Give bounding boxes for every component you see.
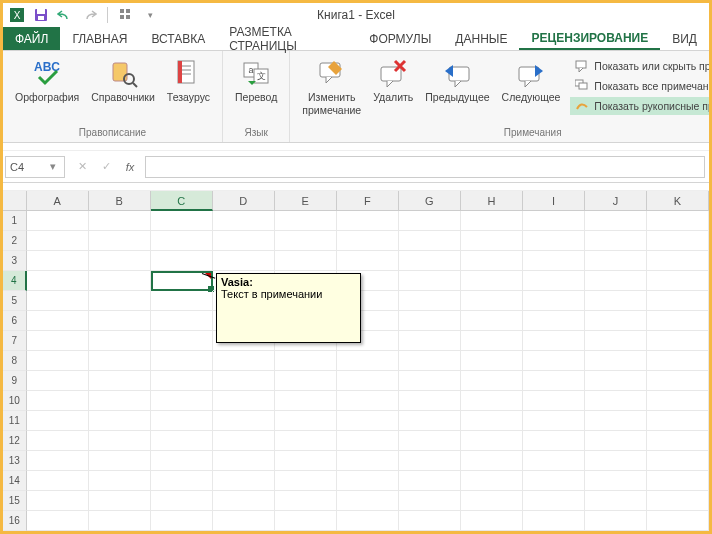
show-ink-button[interactable]: Показать рукописные примечания: [570, 97, 712, 115]
cell[interactable]: [647, 511, 709, 531]
cell[interactable]: [585, 291, 647, 311]
cell[interactable]: [399, 411, 461, 431]
cell[interactable]: [27, 451, 89, 471]
cell[interactable]: [399, 431, 461, 451]
cell[interactable]: [89, 271, 151, 291]
cell[interactable]: [213, 411, 275, 431]
cell[interactable]: [151, 371, 213, 391]
cell[interactable]: [151, 331, 213, 351]
cell[interactable]: [399, 311, 461, 331]
cell[interactable]: [27, 271, 89, 291]
cell[interactable]: [523, 251, 585, 271]
cell[interactable]: [213, 391, 275, 411]
cell[interactable]: [647, 471, 709, 491]
cell[interactable]: [399, 391, 461, 411]
cell[interactable]: [151, 451, 213, 471]
cell[interactable]: [27, 471, 89, 491]
cell[interactable]: [523, 311, 585, 331]
cell[interactable]: [399, 211, 461, 231]
cell[interactable]: [523, 411, 585, 431]
cell[interactable]: [151, 211, 213, 231]
cell[interactable]: [647, 431, 709, 451]
cell[interactable]: [399, 451, 461, 471]
cell[interactable]: [213, 471, 275, 491]
row-header[interactable]: 10: [3, 391, 27, 411]
cell[interactable]: [151, 471, 213, 491]
cell[interactable]: [213, 451, 275, 471]
row-header[interactable]: 13: [3, 451, 27, 471]
touch-mode-icon[interactable]: [116, 5, 136, 25]
cell[interactable]: [151, 511, 213, 531]
redo-icon[interactable]: [79, 5, 99, 25]
previous-comment-button[interactable]: Предыдущее: [419, 55, 495, 106]
cell[interactable]: [399, 511, 461, 531]
cell[interactable]: [151, 391, 213, 411]
cell[interactable]: [337, 431, 399, 451]
cell[interactable]: [523, 291, 585, 311]
cell[interactable]: [337, 451, 399, 471]
cell[interactable]: [461, 431, 523, 451]
delete-comment-button[interactable]: Удалить: [367, 55, 419, 106]
cell[interactable]: [213, 431, 275, 451]
cell[interactable]: [461, 251, 523, 271]
cell[interactable]: [399, 471, 461, 491]
column-header[interactable]: B: [89, 191, 151, 211]
row-header[interactable]: 1: [3, 211, 27, 231]
cell[interactable]: [275, 431, 337, 451]
cell[interactable]: [275, 511, 337, 531]
formula-input[interactable]: [145, 156, 705, 178]
cell[interactable]: [89, 291, 151, 311]
cell[interactable]: [27, 311, 89, 331]
column-header[interactable]: D: [213, 191, 275, 211]
cell[interactable]: [213, 351, 275, 371]
cell[interactable]: [275, 411, 337, 431]
column-header[interactable]: F: [337, 191, 399, 211]
cell[interactable]: [647, 371, 709, 391]
cell[interactable]: [585, 411, 647, 431]
cell[interactable]: [27, 291, 89, 311]
column-header[interactable]: K: [647, 191, 709, 211]
row-header[interactable]: 8: [3, 351, 27, 371]
cell[interactable]: [461, 351, 523, 371]
cell[interactable]: [647, 391, 709, 411]
tab-review[interactable]: РЕЦЕНЗИРОВАНИЕ: [519, 27, 660, 50]
tab-home[interactable]: ГЛАВНАЯ: [60, 27, 139, 50]
spelling-button[interactable]: ABC Орфография: [9, 55, 85, 106]
cell[interactable]: [27, 491, 89, 511]
qat-customize-icon[interactable]: ▾: [140, 5, 160, 25]
cell[interactable]: [585, 311, 647, 331]
cell[interactable]: [647, 451, 709, 471]
cell[interactable]: [461, 371, 523, 391]
cell[interactable]: [89, 491, 151, 511]
column-header[interactable]: I: [523, 191, 585, 211]
row-header[interactable]: 4: [3, 271, 27, 291]
cell[interactable]: [27, 511, 89, 531]
cell[interactable]: [27, 331, 89, 351]
cell[interactable]: [647, 331, 709, 351]
cell[interactable]: [337, 211, 399, 231]
cell[interactable]: [213, 491, 275, 511]
cell[interactable]: [275, 371, 337, 391]
cell[interactable]: [647, 271, 709, 291]
cell[interactable]: [523, 351, 585, 371]
cell[interactable]: [337, 511, 399, 531]
cell[interactable]: [523, 231, 585, 251]
cell[interactable]: [585, 391, 647, 411]
cell[interactable]: [399, 371, 461, 391]
research-button[interactable]: Справочники: [85, 55, 161, 106]
cell[interactable]: [461, 331, 523, 351]
cell[interactable]: [461, 271, 523, 291]
cell[interactable]: [275, 471, 337, 491]
cell[interactable]: [461, 311, 523, 331]
cell[interactable]: [523, 271, 585, 291]
cell[interactable]: [585, 491, 647, 511]
cell[interactable]: [275, 211, 337, 231]
cell[interactable]: [399, 231, 461, 251]
cell[interactable]: [461, 471, 523, 491]
row-header[interactable]: 12: [3, 431, 27, 451]
cell[interactable]: [647, 251, 709, 271]
cell[interactable]: [461, 491, 523, 511]
cell[interactable]: [337, 371, 399, 391]
cell[interactable]: [585, 331, 647, 351]
cell[interactable]: [89, 311, 151, 331]
